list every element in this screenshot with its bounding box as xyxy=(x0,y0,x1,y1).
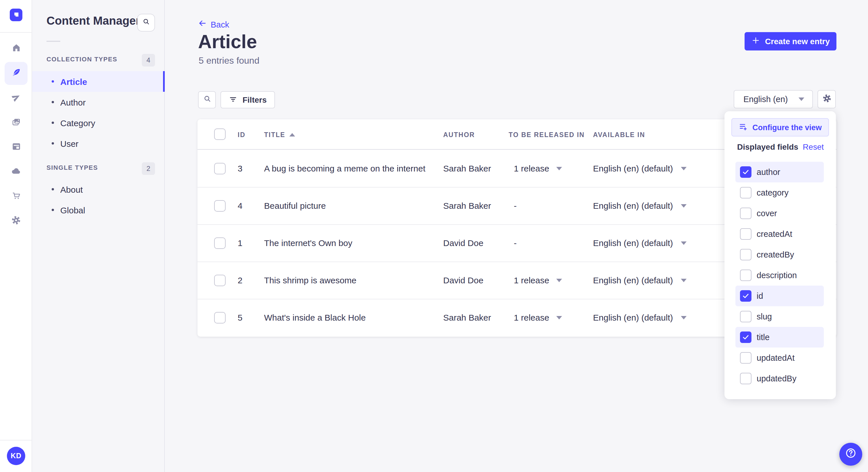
strapi-logo[interactable] xyxy=(10,9,22,21)
user-avatar[interactable]: KD xyxy=(7,447,25,465)
view-settings-button[interactable] xyxy=(817,90,836,108)
sidebar-item-marketplace[interactable] xyxy=(5,185,28,208)
checkbox-unchecked-icon[interactable] xyxy=(740,373,751,384)
plus-icon xyxy=(751,36,765,46)
cell-releases[interactable]: 1 release xyxy=(514,262,562,299)
select-all-checkbox[interactable] xyxy=(214,129,226,140)
sort-ascending-icon[interactable] xyxy=(289,119,295,150)
subnav-item-about[interactable]: About xyxy=(32,179,165,200)
checkbox-unchecked-icon[interactable] xyxy=(740,352,751,364)
sidebar-item-content-type-builder[interactable] xyxy=(5,136,28,159)
sidebar-item-releases[interactable] xyxy=(5,87,28,109)
cell-author: David Doe xyxy=(443,224,484,262)
subnav-item-label: Category xyxy=(60,118,95,128)
filters-button[interactable]: Filters xyxy=(220,91,275,108)
checkbox-unchecked-icon[interactable] xyxy=(740,311,751,322)
column-header-id[interactable]: ID xyxy=(238,119,245,150)
sidebar-item-home[interactable] xyxy=(5,37,28,60)
checkbox-unchecked-icon[interactable] xyxy=(740,249,751,260)
field-toggle-title[interactable]: title xyxy=(735,327,824,347)
cell-available[interactable]: English (en) (default) xyxy=(593,224,687,262)
cell-available[interactable]: English (en) (default) xyxy=(593,262,687,299)
checkbox-checked-icon[interactable] xyxy=(740,166,751,178)
field-toggle-cover[interactable]: cover xyxy=(735,203,824,224)
sidebar-item-media-library[interactable] xyxy=(5,111,28,134)
checkbox-unchecked-icon[interactable] xyxy=(740,187,751,198)
column-header-title[interactable]: TITLE xyxy=(264,119,285,150)
help-button[interactable] xyxy=(839,443,862,466)
row-checkbox[interactable] xyxy=(214,274,226,286)
checkbox-unchecked-icon[interactable] xyxy=(740,208,751,219)
subnav-item-user[interactable]: User xyxy=(32,133,165,154)
cell-releases[interactable]: 1 release xyxy=(514,299,562,336)
cell-title: Beautiful picture xyxy=(264,187,326,224)
subnav-divider xyxy=(46,41,60,42)
checkbox-unchecked-icon[interactable] xyxy=(740,270,751,281)
field-toggle-slug[interactable]: slug xyxy=(735,306,824,327)
collection-types-count-badge: 4 xyxy=(142,54,155,67)
row-checkbox[interactable] xyxy=(214,312,226,323)
cell-id: 4 xyxy=(238,187,243,224)
checkbox-unchecked-icon[interactable] xyxy=(740,228,751,240)
sidebar-item-content-manager[interactable] xyxy=(5,62,28,85)
subnav-item-label: User xyxy=(60,138,79,148)
chevron-down-icon xyxy=(681,241,687,245)
field-label: id xyxy=(756,291,763,301)
row-checkbox[interactable] xyxy=(214,237,226,248)
field-label: description xyxy=(756,271,797,280)
column-header-releases[interactable]: TO BE RELEASED IN xyxy=(508,119,585,150)
sidebar-item-cloud[interactable] xyxy=(5,161,28,183)
field-toggle-description[interactable]: description xyxy=(735,265,824,285)
bullet-icon xyxy=(52,188,54,191)
create-new-entry-button[interactable]: Create new entry xyxy=(745,32,836,50)
cell-available[interactable]: English (en) (default) xyxy=(593,150,687,187)
cell-releases[interactable]: 1 release xyxy=(514,150,562,187)
subnav-item-label: About xyxy=(60,184,83,194)
row-checkbox[interactable] xyxy=(214,163,226,174)
settings-gear-icon xyxy=(11,215,21,228)
chevron-down-icon xyxy=(556,316,562,319)
entries-count: 5 entries found xyxy=(198,56,259,66)
row-checkbox[interactable] xyxy=(214,200,226,211)
cell-title: A bug is becoming a meme on the internet xyxy=(264,150,425,187)
field-label: createdBy xyxy=(756,250,794,259)
cell-available[interactable]: English (en) (default) xyxy=(593,187,687,224)
sidebar-item-settings[interactable] xyxy=(5,210,28,233)
displayed-fields-label: Displayed fields xyxy=(737,142,798,151)
chevron-down-icon xyxy=(681,316,687,319)
content-manager-subnav: Content Manager COLLECTION TYPES 4 Artic… xyxy=(32,0,165,472)
configure-view-button[interactable]: Configure the view xyxy=(732,118,829,136)
subnav-item-author[interactable]: Author xyxy=(32,92,165,112)
table-search-button[interactable] xyxy=(198,91,216,108)
checkbox-checked-icon[interactable] xyxy=(740,332,751,343)
locale-select[interactable]: English (en) xyxy=(734,90,813,108)
app-viewport: KD Content Manager COLLECTION TYPES 4 Ar… xyxy=(0,0,868,472)
checkbox-checked-icon[interactable] xyxy=(740,290,751,302)
field-toggle-author[interactable]: author xyxy=(735,162,824,182)
subnav-search-button[interactable] xyxy=(137,14,155,32)
field-label: cover xyxy=(756,209,777,218)
feather-icon xyxy=(11,67,21,79)
field-toggle-createdBy[interactable]: createdBy xyxy=(735,244,824,265)
field-label: author xyxy=(756,167,780,177)
filters-button-label: Filters xyxy=(243,95,267,104)
field-toggle-updatedAt[interactable]: updatedAt xyxy=(735,347,824,368)
field-toggle-category[interactable]: category xyxy=(735,182,824,203)
rail-divider xyxy=(0,32,32,33)
back-link[interactable]: Back xyxy=(198,19,229,30)
section-collection-types: COLLECTION TYPES xyxy=(46,56,117,63)
main-nav-rail: KD xyxy=(0,0,32,472)
cell-title: This shrimp is awesome xyxy=(264,262,356,299)
field-toggle-updatedBy[interactable]: updatedBy xyxy=(735,368,824,389)
field-toggle-createdAt[interactable]: createdAt xyxy=(735,224,824,244)
field-toggle-id[interactable]: id xyxy=(735,285,824,306)
reset-link[interactable]: Reset xyxy=(803,142,824,151)
subnav-item-article[interactable]: Article xyxy=(32,71,165,92)
chevron-down-icon xyxy=(681,204,687,207)
column-header-available[interactable]: AVAILABLE IN xyxy=(593,119,645,150)
subnav-item-category[interactable]: Category xyxy=(32,112,165,133)
section-single-types: SINGLE TYPES xyxy=(46,164,98,171)
cell-available[interactable]: English (en) (default) xyxy=(593,299,687,336)
column-header-author[interactable]: AUTHOR xyxy=(443,119,475,150)
subnav-item-global[interactable]: Global xyxy=(32,200,165,220)
